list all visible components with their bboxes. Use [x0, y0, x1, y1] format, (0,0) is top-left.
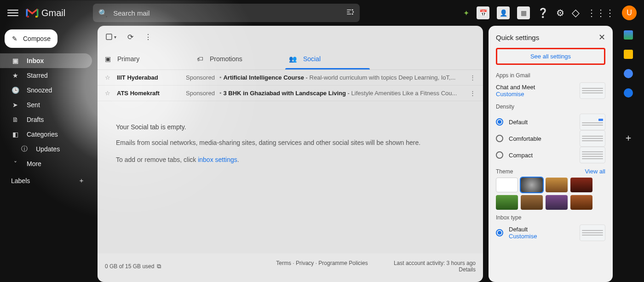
inbox-type-default[interactable]: Default Customise	[496, 224, 605, 241]
labels-title: Labels	[11, 177, 30, 184]
tasks-rail-icon[interactable]	[624, 69, 633, 78]
more-icon[interactable]: ⋮	[144, 33, 152, 41]
theme-swatch[interactable]	[521, 195, 543, 210]
search-bar[interactable]: 🔍	[93, 4, 360, 22]
star-icon: ★	[11, 72, 19, 79]
radio-icon	[496, 151, 503, 159]
right-rail: ＋	[618, 26, 638, 282]
status-active-icon[interactable]: ✦	[463, 9, 469, 17]
chevron-down-icon: ˅	[11, 160, 19, 167]
mail-subject: Artificial Intelligence Course	[223, 74, 304, 81]
density-comfortable[interactable]: Comfortable	[496, 130, 605, 147]
sidebar-item-sent[interactable]: ➤Sent	[0, 98, 92, 112]
open-external-icon[interactable]: ⧉	[157, 263, 161, 270]
density-section-title: Density	[496, 104, 605, 110]
theme-swatch[interactable]	[496, 178, 518, 192]
sidebar-item-label: Drafts	[27, 116, 44, 123]
keep-rail-icon[interactable]	[624, 50, 633, 59]
sidebar-item-more[interactable]: ˅More	[0, 156, 92, 171]
gmail-logo[interactable]: Gmail	[26, 8, 65, 18]
theme-swatch[interactable]	[570, 178, 592, 192]
mail-row[interactable]: ☆ IIIT Hyderabad Sponsored• Artificial I…	[98, 70, 483, 86]
sidebar-item-categories[interactable]: ◧Categories	[0, 127, 92, 142]
tab-label: Promotions	[210, 55, 242, 63]
density-default[interactable]: Default	[496, 114, 605, 130]
density-compact[interactable]: Compact	[496, 147, 605, 163]
chevron-down-icon[interactable]: ▾	[114, 35, 116, 40]
sidebar-item-updates[interactable]: ⓘUpdates	[0, 142, 92, 156]
theme-swatch[interactable]	[496, 195, 518, 210]
row-more-icon[interactable]: ⋮	[470, 90, 476, 97]
calendar-rail-icon[interactable]	[624, 30, 633, 40]
mail-row[interactable]: ☆ ATS Homekraft Sponsored• 3 BHK in Ghaz…	[98, 86, 483, 101]
settings-icon[interactable]: ⚙	[556, 7, 564, 18]
empty-title: Your Social tab is empty.	[116, 123, 465, 131]
theme-section-title: Theme	[496, 168, 513, 175]
add-label-icon[interactable]: ＋	[78, 177, 85, 185]
people-icon: 👥	[289, 55, 297, 63]
add-addon-icon[interactable]: ＋	[624, 132, 633, 144]
privacy-link[interactable]: Privacy	[296, 260, 314, 266]
theme-swatch[interactable]	[546, 178, 568, 192]
offline-icon[interactable]: ◇	[572, 7, 580, 19]
details-link[interactable]: Details	[394, 266, 476, 273]
sidebar-item-label: Categories	[27, 131, 58, 138]
mail-toolbar: ▾ ⟳ ⋮	[98, 26, 483, 48]
tasks-addon-icon[interactable]: ▦	[517, 6, 530, 19]
sidebar-item-snoozed[interactable]: 🕒Snoozed	[0, 83, 92, 98]
main-menu-icon[interactable]	[7, 7, 18, 18]
tab-label: Primary	[117, 55, 139, 63]
account-avatar[interactable]: U	[622, 6, 637, 20]
theme-swatch[interactable]	[546, 195, 568, 210]
apps-grid-icon[interactable]: ⋮⋮⋮	[587, 7, 615, 18]
inbox-settings-link[interactable]: inbox settings	[198, 156, 237, 163]
search-options-icon[interactable]	[346, 8, 354, 18]
theme-swatches	[496, 178, 605, 210]
theme-swatch[interactable]	[570, 195, 592, 210]
sidebar-item-label: Sent	[27, 101, 40, 109]
storage-usage: 0 GB of 15 GB used⧉	[105, 260, 161, 273]
select-all-checkbox[interactable]: ▾	[105, 33, 116, 41]
compose-label: Compose	[23, 35, 51, 42]
sidebar-item-drafts[interactable]: 🗎Drafts	[0, 112, 92, 127]
chat-meet-customise-link[interactable]: Customise	[496, 91, 535, 98]
policies-link[interactable]: Programme Policies	[318, 260, 368, 266]
tab-promotions[interactable]: 🏷Promotions	[190, 48, 282, 69]
sidebar-item-label: Updates	[36, 145, 60, 153]
info-icon: ⓘ	[20, 145, 29, 153]
sponsored-badge: Sponsored	[186, 90, 215, 97]
tab-primary[interactable]: ▣Primary	[98, 48, 190, 69]
inbox-type-customise-link[interactable]: Customise	[509, 233, 537, 240]
contacts-addon-icon[interactable]: 👤	[497, 6, 510, 19]
theme-swatch[interactable]	[521, 178, 543, 192]
calendar-addon-icon[interactable]: 📅	[477, 6, 489, 19]
compose-button[interactable]: ✎ Compose	[5, 29, 58, 48]
sidebar-item-starred[interactable]: ★Starred	[0, 68, 92, 83]
mail-sender: ATS Homekraft	[117, 90, 186, 97]
inbox-type-section-title: Inbox type	[496, 214, 605, 221]
see-all-settings-button[interactable]: See all settings	[496, 48, 605, 65]
sidebar-item-inbox[interactable]: ▣Inbox	[0, 53, 92, 68]
search-icon[interactable]: 🔍	[98, 9, 108, 17]
density-preview-icon	[580, 130, 605, 147]
star-icon[interactable]: ☆	[105, 90, 110, 97]
inbox-icon: ▣	[11, 57, 19, 64]
density-preview-icon	[580, 147, 605, 163]
star-icon[interactable]: ☆	[105, 74, 110, 81]
mail-sender: IIIT Hyderabad	[117, 74, 186, 81]
radio-icon	[496, 118, 503, 126]
view-all-themes-link[interactable]: View all	[585, 168, 605, 175]
clock-icon: 🕒	[11, 86, 19, 94]
contacts-rail-icon[interactable]	[624, 88, 633, 98]
row-more-icon[interactable]: ⋮	[470, 74, 476, 81]
tab-social[interactable]: 👥Social	[282, 48, 374, 69]
support-icon[interactable]: ❔	[537, 7, 549, 18]
close-icon[interactable]: ✕	[598, 32, 605, 42]
mail-pane: ▾ ⟳ ⋮ ▣Primary 🏷Promotions 👥Social ☆ III…	[98, 26, 483, 282]
mail-snippet: Lifestyle Amenities Like a Fitness Cou..…	[351, 90, 457, 97]
sidebar: ✎ Compose ▣Inbox ★Starred 🕒Snoozed ➤Sent…	[0, 26, 92, 282]
apps-section-title: Apps in Gmail	[496, 72, 605, 79]
search-input[interactable]	[113, 9, 340, 17]
refresh-icon[interactable]: ⟳	[127, 33, 133, 41]
terms-link[interactable]: Terms	[276, 260, 291, 266]
